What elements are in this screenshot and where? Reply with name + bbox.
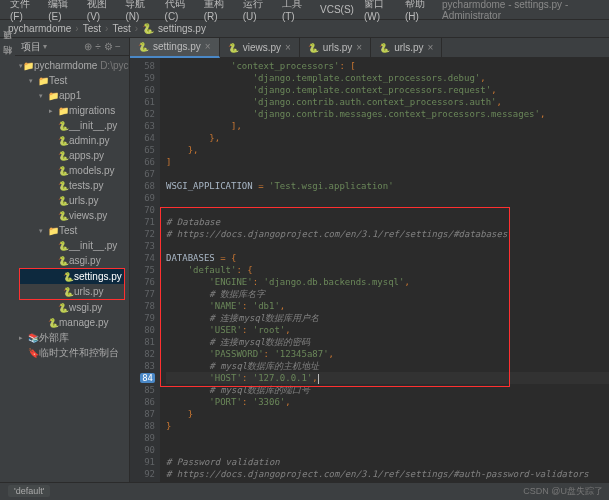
close-icon[interactable]: ×	[285, 42, 291, 53]
menu-refactor[interactable]: 重构(R)	[200, 0, 237, 22]
menu-view[interactable]: 视图(V)	[83, 0, 120, 22]
tree-node[interactable]: 🐍__init__.py	[15, 118, 129, 133]
tab-urls1[interactable]: 🐍 urls.py×	[300, 38, 371, 58]
code-line[interactable]: ],	[166, 120, 609, 132]
python-icon: 🐍	[308, 43, 319, 53]
vtab-project[interactable]: 项目	[0, 42, 15, 50]
menu-file[interactable]: 文件(F)	[6, 0, 42, 22]
tree-node[interactable]: ▾📁Test	[15, 73, 129, 88]
python-icon: 🐍	[228, 43, 239, 53]
tab-views[interactable]: 🐍 views.py×	[220, 38, 300, 58]
vtab-structure[interactable]: 结构	[0, 58, 15, 66]
code-line[interactable]: 'USER': 'root',	[166, 324, 609, 336]
menu-vcs[interactable]: VCS(S)	[316, 4, 358, 15]
python-icon: 🐍	[379, 43, 390, 53]
code-line[interactable]: 'PORT': '3306',	[166, 396, 609, 408]
code-line[interactable]: },	[166, 132, 609, 144]
code-line[interactable]: # mysql数据库的主机地址	[166, 360, 609, 372]
close-icon[interactable]: ×	[428, 42, 434, 53]
tab-settings[interactable]: 🐍 settings.py×	[130, 38, 220, 58]
code-line[interactable]: 'django.contrib.auth.context_processors.…	[166, 96, 609, 108]
menu-code[interactable]: 代码(C)	[161, 0, 198, 22]
crumb[interactable]: Test	[83, 23, 101, 34]
menu-help[interactable]: 帮助(H)	[401, 0, 438, 22]
tree-node[interactable]: ▸📚外部库	[15, 330, 129, 345]
code-line[interactable]: # https://docs.djangoproject.com/en/3.1/…	[166, 228, 609, 240]
divide-icon[interactable]: ÷	[93, 41, 103, 52]
code-line[interactable]: 'default': {	[166, 264, 609, 276]
tree-node[interactable]: ▾📁app1	[15, 88, 129, 103]
code-line[interactable]: # 连接mysql数据库用户名	[166, 312, 609, 324]
code-line[interactable]: DATABASES = {	[166, 252, 609, 264]
code-line[interactable]: },	[166, 144, 609, 156]
code-line[interactable]: 'django.contrib.messages.context_process…	[166, 108, 609, 120]
tree-node[interactable]: 🐍admin.py	[15, 133, 129, 148]
watermark: CSDN @U盘失踪了	[523, 485, 603, 498]
code-line[interactable]: # mysql数据库的端口号	[166, 384, 609, 396]
code-line[interactable]: # https://docs.djangoproject.com/en/3.1/…	[166, 468, 609, 480]
code-line[interactable]: 'django.template.context_processors.requ…	[166, 84, 609, 96]
code-line[interactable]: 'ENGINE': 'django.db.backends.mysql',	[166, 276, 609, 288]
context-pill[interactable]: 'default'	[8, 485, 50, 497]
tree-node[interactable]: ▾📁pycharmdome D:\pycharmdome	[15, 58, 129, 73]
code-line[interactable]: # Password validation	[166, 456, 609, 468]
tree-node[interactable]: 🐍__init__.py	[15, 238, 129, 253]
code-line[interactable]: # 数据库名字	[166, 288, 609, 300]
crumb[interactable]: Test	[112, 23, 130, 34]
tree-node[interactable]: 🐍apps.py	[15, 148, 129, 163]
tree-node[interactable]: ▾📁Test	[15, 223, 129, 238]
code-line[interactable]: # Database	[166, 216, 609, 228]
code-line[interactable]	[166, 192, 609, 204]
tree-node[interactable]: 🐍views.py	[15, 208, 129, 223]
code-line[interactable]: WSGI_APPLICATION = 'Test.wsgi.applicatio…	[166, 180, 609, 192]
code-line[interactable]: # 连接mysql数据的密码	[166, 336, 609, 348]
gear-icon[interactable]: ⚙	[103, 41, 113, 52]
editor-area: 🐍 settings.py× 🐍 views.py× 🐍 urls.py× 🐍 …	[130, 38, 609, 482]
file-tree[interactable]: ▾📁pycharmdome D:\pycharmdome▾📁Test▾📁app1…	[15, 56, 129, 362]
window-title: pycharmdome - settings.py - Administrato…	[442, 0, 603, 21]
left-gutter: 项目 结构	[0, 38, 15, 482]
code-line[interactable]: 'context_processors': [	[166, 60, 609, 72]
python-icon: 🐍	[138, 42, 149, 52]
menubar: 文件(F) 编辑(E) 视图(V) 导航(N) 代码(C) 重构(R) 运行(U…	[0, 0, 609, 20]
code-line[interactable]	[166, 444, 609, 456]
breadcrumb: pycharmdome› Test› Test› 🐍 settings.py	[0, 20, 609, 38]
tree-node[interactable]: 🔖临时文件和控制台	[15, 345, 129, 360]
code-line[interactable]	[166, 432, 609, 444]
close-icon[interactable]: ×	[356, 42, 362, 53]
menu-tools[interactable]: 工具(T)	[278, 0, 314, 22]
code-line[interactable]	[166, 204, 609, 216]
code-line[interactable]: }	[166, 420, 609, 432]
code-editor[interactable]: 'context_processors': [ 'django.template…	[160, 58, 609, 482]
tree-node[interactable]: 🐍models.py	[15, 163, 129, 178]
close-icon[interactable]: ×	[205, 41, 211, 52]
tree-node[interactable]: 🐍manage.py	[15, 315, 129, 330]
code-line[interactable]: ]	[166, 156, 609, 168]
tree-node[interactable]: 🐍urls.py	[15, 193, 129, 208]
target-icon[interactable]: ⊕	[83, 41, 93, 52]
line-numbers: 5859606162636465666768697071727374757677…	[130, 58, 160, 482]
menu-navigate[interactable]: 导航(N)	[121, 0, 158, 22]
tree-node[interactable]: ▸📁migrations	[15, 103, 129, 118]
code-line[interactable]	[166, 240, 609, 252]
menu-window[interactable]: 窗口(W)	[360, 0, 399, 22]
tree-node[interactable]: 🐍settings.py	[20, 269, 124, 284]
code-line[interactable]	[166, 168, 609, 180]
code-line[interactable]: 'django.template.context_processors.debu…	[166, 72, 609, 84]
tree-node[interactable]: 🐍asgi.py	[15, 253, 129, 268]
crumb[interactable]: pycharmdome	[8, 23, 71, 34]
tab-urls2[interactable]: 🐍 urls.py×	[371, 38, 442, 58]
tree-node[interactable]: 🐍urls.py	[20, 284, 124, 299]
code-line[interactable]: 'HOST': '127.0.0.1',	[166, 372, 609, 384]
menu-run[interactable]: 运行(U)	[239, 0, 276, 22]
tree-node[interactable]: 🐍tests.py	[15, 178, 129, 193]
tree-node[interactable]: 🐍wsgi.py	[15, 300, 129, 315]
chevron-down-icon[interactable]: ▾	[43, 42, 47, 51]
highlight-tree: 🐍settings.py🐍urls.py	[19, 268, 125, 300]
code-line[interactable]: }	[166, 408, 609, 420]
menu-edit[interactable]: 编辑(E)	[44, 0, 81, 22]
code-line[interactable]: 'PASSWORD': '12345a87',	[166, 348, 609, 360]
collapse-icon[interactable]: −	[113, 41, 123, 52]
crumb[interactable]: settings.py	[158, 23, 206, 34]
code-line[interactable]: 'NAME': 'db1',	[166, 300, 609, 312]
